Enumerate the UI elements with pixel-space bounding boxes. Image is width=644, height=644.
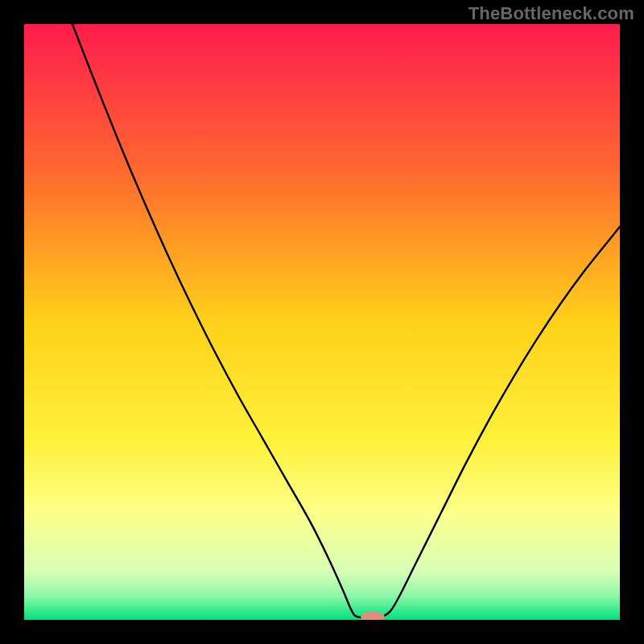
gradient-background [24, 24, 620, 620]
bottleneck-chart [24, 24, 620, 620]
plot-area [24, 24, 620, 620]
chart-frame: TheBottleneck.com [0, 0, 644, 644]
watermark-text: TheBottleneck.com [469, 3, 634, 24]
